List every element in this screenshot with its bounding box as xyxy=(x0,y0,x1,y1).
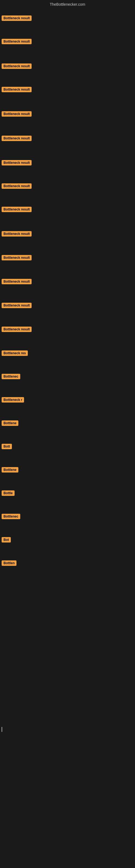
bottleneck-badge: Bottlenec xyxy=(2,374,20,379)
result-row: Bottleneck result xyxy=(0,231,33,238)
bottleneck-badge: Bottleneck result xyxy=(2,327,32,332)
bottleneck-badge: Bottleneck result xyxy=(2,63,32,69)
bottleneck-badge: Bottleneck result xyxy=(2,279,32,284)
bottleneck-badge: Bottleneck result xyxy=(2,303,32,308)
bottleneck-badge: Bottleneck result xyxy=(2,16,32,21)
bottleneck-badge: Bottle xyxy=(2,490,14,496)
result-row: Bottleneck result xyxy=(0,160,33,166)
result-row: Bott xyxy=(0,444,13,450)
bottleneck-badge: Bottleneck result xyxy=(2,160,32,165)
bottleneck-badge: Bottleneck result xyxy=(2,135,32,141)
result-row: Bottleneck result xyxy=(0,87,33,93)
bottleneck-badge: Bottleneck result xyxy=(2,111,32,117)
bottleneck-badge: Bottlen xyxy=(2,560,16,566)
result-row: Bottleneck result xyxy=(0,39,33,45)
result-row: Bottlene xyxy=(0,467,20,474)
bottleneck-badge: Bottleneck result xyxy=(2,183,32,189)
bottleneck-badge: Bottleneck result xyxy=(2,255,32,260)
result-row: Bottleneck result xyxy=(0,183,33,190)
text-cursor xyxy=(2,727,2,732)
page-wrapper: TheBottlenecker.com Bottleneck resultBot… xyxy=(0,0,135,868)
bottleneck-badge: Bottleneck res xyxy=(2,350,28,356)
result-row: Bottleneck result xyxy=(0,111,33,118)
result-row: Bot xyxy=(0,537,12,544)
bottleneck-badge: Bottlenec xyxy=(2,514,20,519)
site-header: TheBottlenecker.com xyxy=(0,0,135,8)
result-row: Bottlenec xyxy=(0,374,22,380)
result-row: Bottleneck result xyxy=(0,63,33,70)
bottleneck-badge: Bottlene xyxy=(2,467,18,472)
bottleneck-badge: Bottlene xyxy=(2,421,18,426)
result-row: Bottlene xyxy=(0,421,20,427)
result-row: Bottleneck result xyxy=(0,303,33,309)
result-row: Bottleneck result xyxy=(0,255,33,261)
site-title: TheBottlenecker.com xyxy=(50,2,85,6)
bottleneck-badge: Bot xyxy=(2,537,11,542)
result-row: Bottleneck r xyxy=(0,397,26,404)
bottleneck-badge: Bottleneck result xyxy=(2,231,32,237)
bottleneck-badge: Bottleneck result xyxy=(2,207,32,212)
bottleneck-badge: Bottleneck r xyxy=(2,397,24,403)
bottleneck-badge: Bott xyxy=(2,444,12,449)
result-row: Bottleneck result xyxy=(0,135,33,142)
result-row: Bottleneck res xyxy=(0,350,30,357)
result-row: Bottleneck result xyxy=(0,327,33,333)
result-row: Bottleneck result xyxy=(0,16,33,22)
bottleneck-badge: Bottleneck result xyxy=(2,87,32,92)
result-row: Bottlen xyxy=(0,560,18,567)
bottleneck-badge: Bottleneck result xyxy=(2,39,32,44)
result-row: Bottleneck result xyxy=(0,207,33,213)
result-row: Bottlenec xyxy=(0,514,22,520)
result-row: Bottleneck result xyxy=(0,279,33,285)
result-row: Bottle xyxy=(0,490,16,497)
